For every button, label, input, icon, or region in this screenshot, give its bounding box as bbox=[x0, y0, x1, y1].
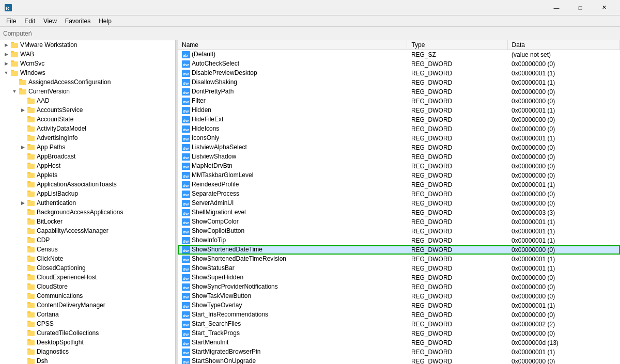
tree-expander-accountsservice[interactable]: ▶ bbox=[19, 106, 27, 114]
tree-expander-wab[interactable]: ▶ bbox=[2, 50, 10, 58]
minimize-button[interactable]: — bbox=[545, 0, 568, 15]
tree-panel[interactable]: ▶VMware Workstation▶WAB▶WcmSvc▼WindowsAs… bbox=[0, 40, 176, 364]
close-button[interactable]: ✕ bbox=[592, 0, 616, 15]
tree-item-wcmsvc[interactable]: ▶WcmSvc bbox=[0, 59, 175, 68]
table-row[interactable]: ab(Default)REG_SZ(value not set) bbox=[178, 50, 620, 59]
tree-expander-closedcaptioning[interactable] bbox=[19, 264, 27, 272]
tree-item-applets[interactable]: Applets bbox=[0, 170, 175, 180]
menu-item-view[interactable]: View bbox=[39, 17, 61, 26]
table-row[interactable]: dwShowShortenedDateTimeRevisionREG_DWORD… bbox=[178, 255, 620, 264]
tree-item-apppaths[interactable]: ▶App Paths bbox=[0, 143, 175, 152]
tree-item-assignedaccess[interactable]: AssignedAccessConfiguration bbox=[0, 77, 175, 87]
table-row[interactable]: dwShowSyncProviderNotificationsREG_DWORD… bbox=[178, 282, 620, 292]
tree-item-dsh[interactable]: Dsh bbox=[0, 356, 175, 364]
tree-expander-clicknote[interactable] bbox=[19, 255, 27, 263]
table-row[interactable]: dwShellMigrationLevelREG_DWORD0x00000003… bbox=[178, 208, 620, 217]
tree-item-applicationassociationtoasts[interactable]: ApplicationAssociationToasts bbox=[0, 180, 175, 189]
table-row[interactable]: dwStartShownOnUpgradeREG_DWORD0x00000000… bbox=[178, 357, 620, 365]
tree-expander-applicationassociationtoasts[interactable] bbox=[19, 180, 27, 188]
tree-item-contentdeliverymanager[interactable]: ContentDeliveryManager bbox=[0, 300, 175, 310]
menu-item-file[interactable]: File bbox=[2, 17, 20, 26]
tree-expander-accountstate[interactable] bbox=[19, 115, 27, 123]
table-row[interactable]: dwMapNetDrvBtnREG_DWORD0x00000000 (0) bbox=[178, 162, 620, 171]
tree-expander-assignedaccess[interactable] bbox=[10, 78, 19, 86]
tree-expander-desktopspotlight[interactable] bbox=[19, 338, 27, 346]
table-row[interactable]: dwServerAdminUIREG_DWORD0x00000000 (0) bbox=[178, 199, 620, 208]
tree-expander-authentication[interactable]: ▶ bbox=[19, 199, 27, 207]
tree-expander-currentversion[interactable]: ▼ bbox=[10, 87, 19, 96]
tree-item-clicknote[interactable]: ClickNote bbox=[0, 254, 175, 263]
tree-item-appbroadcast[interactable]: AppBroadcast bbox=[0, 152, 175, 161]
tree-item-windows[interactable]: ▼Windows bbox=[0, 68, 175, 77]
table-row[interactable]: dwShowInfoTipREG_DWORD0x00000001 (1) bbox=[178, 236, 620, 245]
table-row[interactable]: dwStart_TrackProgsREG_DWORD0x00000000 (0… bbox=[178, 329, 620, 338]
menu-item-help[interactable]: Help bbox=[95, 17, 116, 26]
tree-item-diagnostics[interactable]: Diagnostics bbox=[0, 347, 175, 356]
tree-item-communications[interactable]: Communications bbox=[0, 291, 175, 300]
table-row[interactable]: dwShowShortenedDateTimeREG_DWORD0x000000… bbox=[178, 245, 620, 255]
tree-expander-advertisinginfo[interactable] bbox=[19, 134, 27, 142]
tree-expander-cortana[interactable] bbox=[19, 310, 27, 319]
tree-item-cdp[interactable]: CDP bbox=[0, 235, 175, 245]
menu-item-favorites[interactable]: Favorites bbox=[61, 17, 95, 26]
col-header-name[interactable]: Name bbox=[178, 40, 407, 50]
table-row[interactable]: dwListviewShadowREG_DWORD0x00000000 (0) bbox=[178, 152, 620, 162]
col-header-type[interactable]: Type bbox=[407, 40, 507, 50]
table-row[interactable]: dwStartMenuInitREG_DWORD0x0000000d (13) bbox=[178, 338, 620, 347]
tree-item-cpss[interactable]: CPSS bbox=[0, 319, 175, 328]
tree-expander-diagnostics[interactable] bbox=[19, 347, 27, 356]
tree-item-desktopspotlight[interactable]: DesktopSpotlight bbox=[0, 338, 175, 347]
table-row[interactable]: dwShowSuperHiddenREG_DWORD0x00000000 (0) bbox=[178, 273, 620, 282]
table-row[interactable]: dwMMTaskbarGlomLevelREG_DWORD0x00000000 … bbox=[178, 171, 620, 180]
tree-item-cloudstore[interactable]: CloudStore bbox=[0, 282, 175, 291]
tree-expander-windows[interactable]: ▼ bbox=[2, 69, 10, 77]
tree-expander-cdp[interactable] bbox=[19, 236, 27, 244]
tree-expander-apphost[interactable] bbox=[19, 162, 27, 170]
table-row[interactable]: dwHideFileExtREG_DWORD0x00000000 (0) bbox=[178, 115, 620, 124]
table-row[interactable]: dwFilterREG_DWORD0x00000000 (0) bbox=[178, 97, 620, 106]
table-row[interactable]: dwDisallowShakingREG_DWORD0x00000001 (1) bbox=[178, 78, 620, 87]
table-row[interactable]: dwDontPrettyPathREG_DWORD0x00000000 (0) bbox=[178, 87, 620, 97]
tree-item-aad[interactable]: AAD bbox=[0, 96, 175, 105]
tree-expander-curatedtilecollections[interactable] bbox=[19, 329, 27, 337]
tree-item-census[interactable]: Census bbox=[0, 245, 175, 254]
table-row[interactable]: dwShowTypeOverlayREG_DWORD0x00000001 (1) bbox=[178, 301, 620, 310]
tree-expander-apppaths[interactable]: ▶ bbox=[19, 143, 27, 151]
tree-expander-cloudexperiencehost[interactable] bbox=[19, 273, 27, 281]
tree-item-apphost[interactable]: AppHost bbox=[0, 161, 175, 170]
tree-expander-applistbackup[interactable] bbox=[19, 189, 27, 198]
table-row[interactable]: dwSeparateProcessREG_DWORD0x00000000 (0) bbox=[178, 189, 620, 199]
table-row[interactable]: dwIconsOnlyREG_DWORD0x00000001 (1) bbox=[178, 134, 620, 143]
tree-item-authentication[interactable]: ▶Authentication bbox=[0, 198, 175, 208]
tree-item-capabilityaccessmanager[interactable]: CapabilityAccessManager bbox=[0, 226, 175, 235]
table-row[interactable]: dwDisablePreviewDesktopREG_DWORD0x000000… bbox=[178, 69, 620, 78]
tree-item-cortana[interactable]: Cortana bbox=[0, 310, 175, 319]
tree-item-bitlocker[interactable]: BitLocker bbox=[0, 217, 175, 226]
tree-item-advertisinginfo[interactable]: AdvertisingInfo bbox=[0, 133, 175, 143]
tree-expander-census[interactable] bbox=[19, 245, 27, 254]
tree-expander-activitydatamodel[interactable] bbox=[19, 124, 27, 133]
table-row[interactable]: dwHiddenREG_DWORD0x00000001 (1) bbox=[178, 106, 620, 115]
tree-item-curatedtilecollections[interactable]: CuratedTileCollections bbox=[0, 328, 175, 338]
right-panel[interactable]: Name Type Data ab(Default)REG_SZ(value n… bbox=[178, 40, 620, 364]
tree-item-closedcaptioning[interactable]: ClosedCaptioning bbox=[0, 263, 175, 273]
tree-expander-dsh[interactable] bbox=[19, 357, 27, 364]
table-row[interactable]: dwShowCompColorREG_DWORD0x00000001 (1) bbox=[178, 217, 620, 227]
table-row[interactable]: dwListviewAlphaSelectREG_DWORD0x00000000… bbox=[178, 143, 620, 152]
tree-expander-vmware[interactable]: ▶ bbox=[2, 41, 10, 49]
maximize-button[interactable]: □ bbox=[568, 0, 592, 15]
tree-expander-bitlocker[interactable] bbox=[19, 217, 27, 226]
tree-item-wab[interactable]: ▶WAB bbox=[0, 50, 175, 59]
tree-item-vmware[interactable]: ▶VMware Workstation bbox=[0, 40, 175, 50]
table-row[interactable]: dwAutoCheckSelectREG_DWORD0x00000000 (0) bbox=[178, 59, 620, 69]
table-row[interactable]: dwShowStatusBarREG_DWORD0x00000001 (1) bbox=[178, 264, 620, 273]
tree-expander-appbroadcast[interactable] bbox=[19, 152, 27, 161]
tree-expander-cloudstore[interactable] bbox=[19, 282, 27, 291]
tree-expander-cpss[interactable] bbox=[19, 320, 27, 328]
tree-expander-capabilityaccessmanager[interactable] bbox=[19, 227, 27, 235]
tree-item-accountsservice[interactable]: ▶AccountsService bbox=[0, 105, 175, 115]
menu-item-edit[interactable]: Edit bbox=[20, 17, 39, 26]
tree-item-accountstate[interactable]: AccountState bbox=[0, 115, 175, 124]
tree-item-currentversion[interactable]: ▼CurrentVersion bbox=[0, 87, 175, 96]
tree-expander-applets[interactable] bbox=[19, 171, 27, 179]
